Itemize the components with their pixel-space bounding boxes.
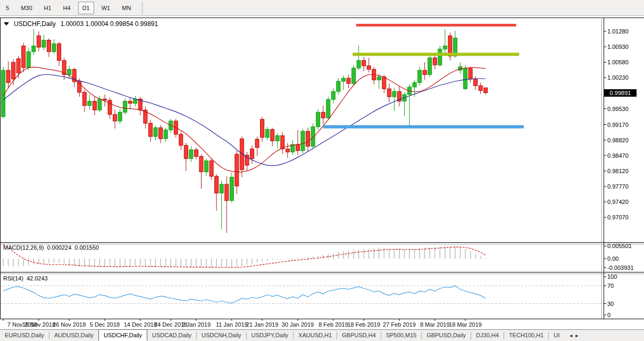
tabs-scroll-right-icon[interactable]: ▸: [575, 331, 578, 340]
bear-candle: [128, 101, 132, 103]
bull-candle: [118, 112, 122, 121]
price-axis-label: 0.99530: [607, 106, 629, 112]
symbol-tab-gbpusd[interactable]: GBPUSD,Daily: [422, 330, 471, 340]
bear-candle: [113, 114, 117, 121]
chart-symbol-label: USDCHF,Daily: [14, 20, 56, 28]
symbol-tab-sp500[interactable]: SP500,M15: [381, 330, 421, 340]
price-axis-label: 0.97070: [607, 214, 629, 220]
price-axis-label: 0.97770: [607, 183, 629, 190]
trading-terminal: { "toolbar": { "timeframes": ["5", "M30"…: [0, 0, 644, 341]
timeframe-button-h4[interactable]: H4: [59, 2, 75, 14]
rsi-axis-label: 30: [607, 301, 614, 307]
symbol-tab-usdjpy[interactable]: USDJPY,Daily: [247, 330, 294, 340]
timeframe-button-m30[interactable]: M30: [16, 2, 36, 14]
bull-candle: [357, 61, 361, 68]
bear-candle: [286, 149, 289, 152]
bear-candle: [296, 144, 299, 151]
bull-candle: [337, 81, 340, 91]
timeframe-button-w1[interactable]: W1: [97, 2, 115, 14]
bear-candle: [12, 62, 15, 79]
bear-candle: [474, 79, 478, 86]
bull-candle: [392, 91, 396, 97]
current-price-tag: 0.99891: [604, 89, 637, 97]
bear-candle: [159, 127, 163, 139]
symbol-tab-usdcnh[interactable]: USDCNH,Daily: [197, 330, 246, 340]
bear-candle: [47, 40, 51, 52]
bear-candle: [479, 86, 482, 90]
bear-candle: [387, 89, 391, 97]
timeframe-button-h1[interactable]: H1: [40, 2, 56, 14]
bull-candle: [154, 127, 157, 137]
bull-candle: [32, 46, 36, 52]
rsi-label: RSI(14) 42.0243: [3, 275, 48, 282]
chart-ohlc-values: 1.00003 1.00004 0.99854 0.99891: [61, 20, 158, 28]
price-axis-label: 0.98470: [607, 152, 629, 159]
bear-candle: [484, 88, 488, 92]
chart-canvas[interactable]: [0, 16, 644, 329]
bull-candle: [68, 70, 71, 75]
rsi-axis-label: 0: [607, 312, 610, 318]
symbol-tab-ui[interactable]: UI: [549, 330, 564, 340]
bull-candle: [88, 101, 91, 105]
symbol-tab-dj30[interactable]: DJ30,H4: [471, 330, 504, 340]
resistance-mid-line[interactable]: [353, 53, 519, 56]
symbol-tab-tech100[interactable]: TECH100,H1: [504, 330, 548, 340]
bear-candle: [321, 112, 325, 118]
bear-candle: [210, 161, 213, 176]
bull-candle: [352, 68, 355, 83]
bull-candle: [230, 177, 233, 201]
price-axis-label: 1.00580: [607, 59, 629, 65]
bear-candle: [281, 135, 285, 149]
bull-candle: [418, 70, 422, 82]
macd-axis-label: 0.00: [607, 255, 618, 262]
symbol-tab-xauusd[interactable]: XAUUSD,H1: [294, 330, 337, 340]
bear-candle: [433, 58, 437, 65]
bear-candle: [78, 81, 81, 92]
bear-candle: [82, 92, 86, 106]
bear-candle: [103, 99, 107, 100]
support-line[interactable]: [323, 125, 524, 129]
bull-candle: [98, 99, 102, 110]
bear-candle: [362, 61, 366, 66]
rsi-axis-label: 100: [607, 274, 617, 280]
resistance-upper-line[interactable]: [356, 24, 516, 27]
price-axis-label: 0.98120: [607, 168, 629, 174]
rsi-value: 42.0243: [27, 275, 48, 282]
macd-axis-label: 0.005501: [607, 243, 632, 249]
bull-candle: [189, 150, 193, 159]
bear-candle: [306, 131, 310, 146]
rsi-line: [3, 286, 486, 303]
price-axis-label: 0.97420: [607, 199, 629, 205]
symbol-tab-eurusd[interactable]: EURUSD,Daily: [0, 330, 49, 340]
bull-candle: [265, 130, 269, 138]
ma-slow-line: [3, 75, 486, 166]
bull-candle: [443, 46, 447, 49]
bear-candle: [423, 70, 426, 74]
chart-title: USDCHF,Daily 1.00003 1.00004 0.99854 0.9…: [4, 20, 158, 28]
bull-candle: [164, 130, 168, 139]
bear-candle: [240, 139, 244, 169]
macd-signal-value: 0.001550: [74, 244, 99, 251]
timeframe-button-d1[interactable]: D1: [78, 2, 94, 14]
macd-main-value: 0.000224: [47, 244, 71, 251]
bear-candle: [255, 139, 259, 148]
timeframe-toolbar: 5M30H1H4D1W1MN: [0, 0, 644, 16]
bull-candle: [438, 49, 442, 65]
bear-candle: [271, 130, 274, 141]
timeframe-button-5[interactable]: 5: [2, 2, 13, 14]
tabs-scroll-left-icon[interactable]: ◂: [570, 331, 572, 340]
bull-candle: [27, 52, 30, 67]
collapse-triangle-icon[interactable]: [4, 22, 9, 25]
rsi-name: RSI(14): [3, 275, 23, 282]
price-axis-label: 0.99170: [607, 122, 629, 128]
price-axis-label: 1.01280: [607, 28, 629, 35]
symbol-tab-usdchf[interactable]: USDCHF,Daily: [98, 329, 147, 341]
macd-label: MACD(12,26,9) 0.000224 0.001550: [3, 244, 99, 251]
symbol-tab-usdcad[interactable]: USDCAD,Daily: [147, 330, 196, 340]
price-axis-label: 0.98820: [607, 137, 629, 143]
symbol-tab-audusd[interactable]: AUDUSD,Daily: [49, 330, 98, 340]
timeframe-button-mn[interactable]: MN: [118, 2, 135, 14]
macd-name: MACD(12,26,9): [3, 244, 44, 251]
symbol-tab-gbpusd[interactable]: GBPUSD,H4: [337, 330, 381, 340]
price-axis-label: 1.00930: [607, 44, 629, 50]
